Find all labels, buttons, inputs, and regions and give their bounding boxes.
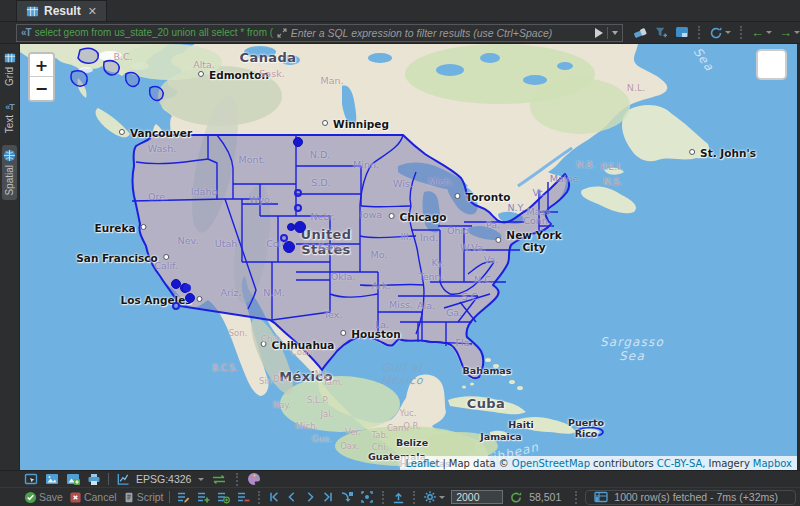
grid-result-icon	[26, 5, 39, 18]
ccbysa-link[interactable]: CC-BY-SA,	[657, 458, 706, 469]
edit-value-button[interactable]	[176, 490, 190, 504]
save-label: Save	[39, 491, 63, 503]
expand-editor-icon[interactable]	[277, 28, 287, 38]
sql-text-icon: «T	[21, 27, 31, 38]
sidebar-tab-spatial[interactable]: Spatial	[2, 145, 17, 200]
forward-button[interactable]: →	[779, 25, 800, 40]
leaflet-link[interactable]: Leaflet	[405, 458, 439, 469]
filter-history-dropdown-icon[interactable]	[612, 31, 618, 35]
sidebar-tab-text[interactable]: «T Text	[3, 98, 16, 137]
divider	[698, 26, 700, 39]
sidebar-tab-label: Spatial	[4, 165, 15, 196]
attribution-text: contributors	[593, 458, 654, 469]
transform-crs-button[interactable]	[211, 474, 227, 485]
refresh-dropdown-icon[interactable]	[725, 31, 731, 34]
epsg-label[interactable]: EPSG:4326	[136, 473, 191, 485]
last-row-button[interactable]	[322, 491, 334, 503]
total-row-count: 58,501	[529, 491, 561, 503]
erase-filter-button[interactable]	[633, 26, 648, 39]
fetch-status-text: 1000 row(s) fetched - 7ms (+32ms)	[614, 491, 778, 503]
fetch-next-page-button[interactable]	[340, 490, 354, 504]
print-button[interactable]	[87, 473, 101, 486]
presentation-sidebar: Grid «T Text Spatial	[0, 44, 20, 470]
save-filter-panel-icon[interactable]	[675, 26, 689, 39]
divider	[382, 491, 384, 504]
back-button[interactable]: ←	[751, 25, 772, 40]
layers-control[interactable]	[756, 49, 787, 80]
attribution-text: Imagery	[708, 458, 749, 469]
osm-link[interactable]: OpenStreetMap	[512, 458, 590, 469]
cancel-button[interactable]: Cancel	[69, 491, 117, 504]
forward-arrow-icon: →	[779, 25, 792, 40]
spatial-toolbar: EPSG:4326	[0, 470, 800, 487]
apply-filter-button[interactable]	[594, 28, 603, 38]
divider	[607, 27, 608, 39]
back-arrow-icon: ←	[751, 25, 764, 40]
refresh-count-button[interactable]	[509, 491, 523, 504]
map-attribution: Leaflet | Map data © OpenStreetMap contr…	[400, 456, 797, 470]
export-data-button[interactable]	[392, 491, 405, 504]
sql-query-text: select geom from us_state_20 union all s…	[35, 27, 273, 38]
text-icon: «T	[5, 102, 14, 112]
divider	[575, 491, 577, 504]
add-row-button[interactable]	[196, 490, 210, 504]
save-image-button[interactable]	[45, 473, 59, 485]
filter-toolbar: «T select geom from us_state_20 union al…	[0, 22, 800, 44]
zoom-in-button[interactable]: +	[30, 54, 53, 77]
previous-row-button[interactable]	[286, 491, 298, 503]
epsg-dropdown-icon[interactable]	[198, 478, 204, 481]
attribution-divider: |	[442, 458, 445, 469]
grid-icon	[4, 52, 16, 64]
open-in-viewer-button[interactable]	[24, 473, 38, 486]
tab-result[interactable]: Result ✕	[16, 0, 107, 21]
filter-placeholder: Enter a SQL expression to filter results…	[291, 27, 590, 39]
dbeaver-result-window: Result ✕ «T select geom from us_state_20…	[0, 0, 800, 506]
zoom-control: + −	[28, 52, 55, 102]
basemap-tiles	[20, 44, 797, 470]
tab-close-icon[interactable]: ✕	[88, 5, 97, 18]
sidebar-tab-label: Text	[4, 115, 15, 133]
forward-dropdown-icon[interactable]	[794, 31, 800, 34]
copy-image-button[interactable]	[66, 473, 80, 485]
delete-row-button[interactable]	[236, 490, 250, 504]
divider	[108, 473, 109, 485]
result-status-bar: Save Cancel Script	[0, 487, 800, 506]
next-row-button[interactable]	[304, 491, 316, 503]
script-button[interactable]: Script	[123, 491, 164, 504]
globe-icon	[3, 149, 16, 162]
back-dropdown-icon[interactable]	[766, 31, 772, 34]
divider	[413, 491, 415, 504]
divider	[740, 26, 742, 39]
result-tab-bar: Result ✕	[0, 0, 800, 22]
attribution-text: Map data ©	[449, 458, 509, 469]
zoom-out-button[interactable]: −	[30, 77, 53, 100]
settings-gear-button[interactable]	[423, 490, 445, 504]
rows-fetched-icon	[594, 491, 608, 503]
cancel-label: Cancel	[84, 491, 117, 503]
fetch-size-input[interactable]	[451, 490, 503, 504]
tab-label: Result	[44, 4, 81, 18]
mapbox-link[interactable]: Mapbox	[753, 458, 792, 469]
crs-chart-icon[interactable]	[116, 473, 129, 486]
duplicate-row-button[interactable]	[216, 490, 230, 504]
leaflet-map-viewport[interactable]: CanadaUnited StatesMéxicoCubaEdmontonVan…	[20, 44, 797, 470]
save-button[interactable]: Save	[24, 491, 63, 504]
first-row-button[interactable]	[268, 491, 280, 503]
sidebar-tab-grid[interactable]: Grid	[3, 48, 17, 90]
script-label: Script	[137, 491, 164, 503]
sql-filter-input[interactable]: «T select geom from us_state_20 union al…	[16, 24, 623, 42]
divider	[236, 473, 238, 486]
styles-palette-button[interactable]	[247, 472, 261, 486]
divider	[169, 491, 170, 503]
refresh-button[interactable]	[709, 26, 731, 40]
filter-settings-icon[interactable]	[655, 26, 668, 39]
fetch-status-box: 1000 row(s) fetched - 7ms (+32ms)	[585, 490, 796, 505]
divider	[258, 491, 260, 504]
focus-selection-button[interactable]	[360, 490, 374, 504]
sidebar-tab-label: Grid	[4, 67, 15, 86]
settings-dropdown-icon[interactable]	[439, 496, 445, 499]
